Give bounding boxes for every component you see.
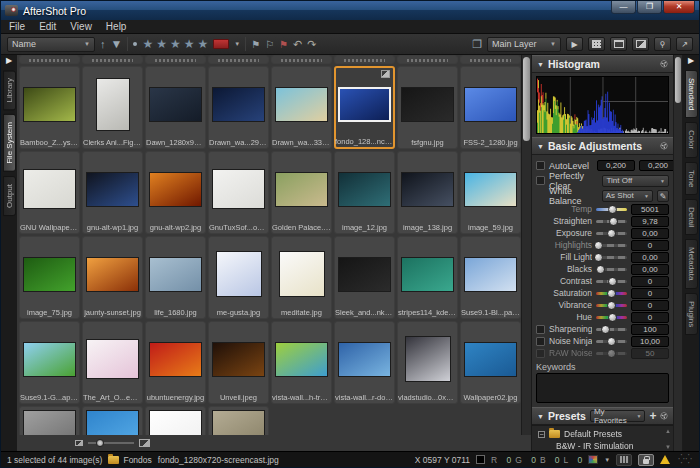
slider-value[interactable]: 0,00 bbox=[631, 264, 669, 275]
slider-value[interactable]: 0,00 bbox=[631, 228, 669, 239]
thumbnail-cell[interactable]: image_75.jpg bbox=[19, 236, 80, 319]
slider-track[interactable] bbox=[596, 304, 627, 307]
thumbnail-cell[interactable]: The_Art_O...eFear.jpg bbox=[82, 321, 143, 404]
slider-track[interactable] bbox=[596, 292, 627, 295]
thumbnail-cell[interactable]: jaunty-sunset.jpg bbox=[82, 236, 143, 319]
thumbnail-cell[interactable]: GNU Wallpaper 2.jpg bbox=[19, 151, 80, 234]
resize-grip[interactable]: ⁛⁛ bbox=[678, 455, 693, 464]
thumbnail-cell[interactable]: image_138.jpg bbox=[397, 151, 458, 234]
slider-track[interactable] bbox=[596, 316, 627, 319]
thumbnail-cell[interactable]: Unveil.jpeg bbox=[208, 321, 269, 404]
slider-thumb[interactable] bbox=[608, 205, 617, 214]
slider-value[interactable]: 0 bbox=[631, 276, 669, 287]
scroll-down-icon[interactable]: ▼ bbox=[664, 444, 672, 450]
thumbnail-cell[interactable]: ubuntuenergy.jpg bbox=[145, 321, 206, 404]
slider-track[interactable] bbox=[596, 340, 627, 343]
panel-scrollbar[interactable] bbox=[673, 55, 683, 451]
thumbnail-cell-clipped[interactable] bbox=[460, 55, 521, 64]
add-preset-button[interactable]: + bbox=[649, 411, 656, 421]
slider-value[interactable]: 100 bbox=[631, 324, 669, 335]
autolevel-checkbox[interactable] bbox=[536, 161, 545, 170]
browser-scrollbar-thumb[interactable] bbox=[523, 57, 530, 141]
eyedropper-button[interactable]: ✎ bbox=[657, 190, 669, 202]
preset-root-row[interactable]: −Default Presets bbox=[532, 428, 673, 440]
slider-track[interactable] bbox=[596, 328, 627, 331]
thumbnail-cell-clipped[interactable] bbox=[19, 55, 80, 64]
close-button[interactable]: ✕ bbox=[663, 1, 695, 14]
thumbnail-cell[interactable]: fsfgnu.jpg bbox=[397, 66, 458, 149]
slider-thumb[interactable] bbox=[601, 325, 610, 334]
histogram-header[interactable]: ▼ Histogram ✇ bbox=[532, 55, 673, 73]
menu-help[interactable]: Help bbox=[106, 21, 127, 32]
slider-thumb[interactable] bbox=[607, 289, 616, 298]
preset-tree-scrollbar[interactable]: ▲ ▼ bbox=[664, 428, 672, 450]
slider-track[interactable] bbox=[596, 220, 627, 223]
white-balance-dropdown[interactable]: As Shot ▼ bbox=[602, 190, 653, 202]
flag-pick-icon[interactable]: ⚐ bbox=[265, 39, 274, 50]
basic-adjustments-header[interactable]: ▼ Basic Adjustments ✇ bbox=[532, 137, 673, 155]
slider-value[interactable]: 0 bbox=[631, 300, 669, 311]
thumbnail-cell[interactable]: Golden Palace.jpg bbox=[271, 151, 332, 234]
color-label-chevron-icon[interactable]: ▼ bbox=[234, 41, 240, 47]
thumbnail-cell-clipped[interactable] bbox=[334, 55, 395, 64]
thumbnail-cell[interactable]: Clerks Ani...Figure.jpg bbox=[82, 66, 143, 149]
thumbnail-cell[interactable] bbox=[19, 406, 80, 435]
collapse-section-icon[interactable]: ▼ bbox=[537, 61, 544, 68]
slider-value[interactable]: 0,00 bbox=[631, 252, 669, 263]
thumbnail-cell[interactable]: Bamboo_Z...ysha.jpg bbox=[19, 66, 80, 149]
magnifier-button[interactable]: ⚲ bbox=[654, 37, 671, 51]
slider-track[interactable] bbox=[596, 352, 627, 355]
slider-value[interactable]: 0 bbox=[631, 288, 669, 299]
levels-toggle-button[interactable] bbox=[616, 454, 632, 466]
thumbnail-cell-clipped[interactable] bbox=[82, 55, 143, 64]
slider-thumb[interactable] bbox=[594, 241, 603, 250]
autolevel-low-value[interactable]: 0,200 bbox=[597, 160, 635, 171]
tree-expander-icon[interactable]: − bbox=[538, 431, 545, 438]
tab-library[interactable]: Library bbox=[3, 70, 16, 110]
thumbnail-cell[interactable] bbox=[208, 406, 269, 435]
slider-value[interactable]: 0 bbox=[631, 312, 669, 323]
keywords-input[interactable] bbox=[536, 373, 669, 403]
slider-value[interactable]: 50 bbox=[631, 348, 669, 359]
thumbnail-cell[interactable]: Suse9.1-G...apers.jpg bbox=[19, 321, 80, 404]
browser-scrollbar[interactable] bbox=[521, 55, 531, 435]
rating-star-icon[interactable]: ★ bbox=[142, 37, 153, 51]
thumbnail-cell[interactable]: Suse9.1-Bl...papers.jpg bbox=[460, 236, 521, 319]
thumbnail-cell[interactable]: Dawn_1280x960.jpg bbox=[145, 66, 206, 149]
thumbnail-cell[interactable]: meditate.jpg bbox=[271, 236, 332, 319]
menu-view[interactable]: View bbox=[70, 21, 92, 32]
slider-track[interactable] bbox=[596, 280, 627, 283]
autolevel-high-value[interactable]: 0,200 bbox=[639, 160, 673, 171]
thumbnail-cell[interactable] bbox=[145, 406, 206, 435]
current-folder[interactable]: Fondos bbox=[108, 455, 151, 465]
slider-thumb[interactable] bbox=[608, 277, 617, 286]
slider-track[interactable] bbox=[596, 208, 627, 211]
slider-track[interactable] bbox=[596, 256, 627, 259]
thumbnail-cell[interactable]: image_59.jpg bbox=[460, 151, 521, 234]
pin-icon[interactable]: ✇ bbox=[658, 140, 670, 152]
layers-icon[interactable]: ❐ bbox=[472, 37, 482, 51]
sort-direction-icon[interactable]: ↑ bbox=[100, 37, 106, 51]
slider-track[interactable] bbox=[596, 268, 627, 271]
thumbnail-cell-clipped[interactable] bbox=[145, 55, 206, 64]
thumbnail-cell[interactable] bbox=[82, 406, 143, 435]
flag-icon[interactable]: ⚑ bbox=[251, 39, 260, 50]
slider-value[interactable]: 9,78 bbox=[631, 216, 669, 227]
slider-checkbox[interactable] bbox=[536, 349, 545, 358]
slider-thumb[interactable] bbox=[607, 301, 616, 310]
thumbnail-cell-clipped[interactable] bbox=[208, 55, 269, 64]
slider-value[interactable]: 0 bbox=[631, 240, 669, 251]
thumbnail-cell[interactable]: Sleek_and...nkahn.jpg bbox=[334, 236, 395, 319]
slider-thumb[interactable] bbox=[608, 313, 617, 322]
collapse-right-icon[interactable]: ▶ bbox=[688, 56, 694, 68]
tab-detail[interactable]: Detail bbox=[685, 199, 698, 235]
slider-thumb[interactable] bbox=[609, 217, 618, 226]
maximize-button[interactable]: ❐ bbox=[637, 1, 662, 14]
scroll-up-icon[interactable]: ▲ bbox=[664, 428, 672, 434]
tab-file-system[interactable]: File System bbox=[3, 114, 16, 172]
slider-thumb[interactable] bbox=[596, 265, 605, 274]
slider-value[interactable]: 5001 bbox=[631, 204, 669, 215]
slider-thumb[interactable] bbox=[594, 253, 603, 262]
rating-star-icon[interactable]: ★ bbox=[156, 37, 167, 51]
chevron-down-icon[interactable]: ▼ bbox=[604, 457, 610, 463]
